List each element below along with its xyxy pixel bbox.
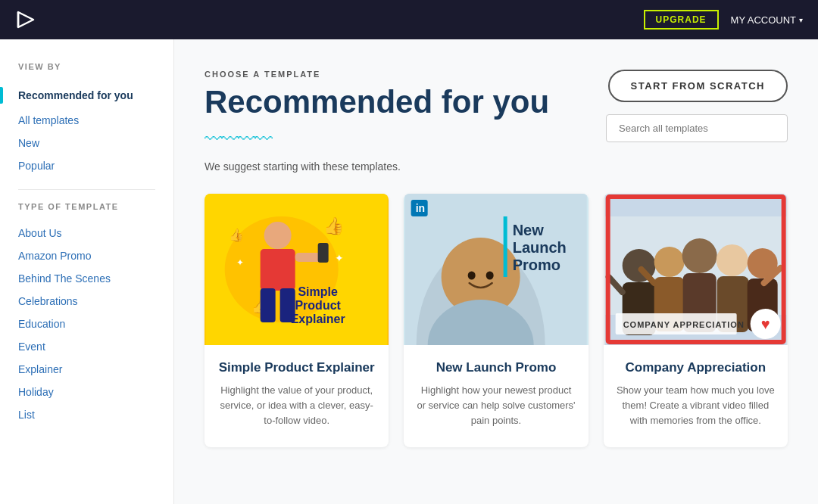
card-desc-2: Highlight how your newest product or ser… [416,383,576,428]
card-image-1: 👍 👍 👍 ✦ [204,194,389,345]
card-image-2: in New Launch Promo [404,194,588,345]
card-new-launch-promo[interactable]: in New Launch Promo New Launch Promo Hig… [404,194,588,446]
svg-text:Product: Product [295,299,341,312]
card-desc-3: Show your team how much you love them! C… [616,383,776,428]
page-title: Recommended for you [204,85,606,120]
sidebar-item-new[interactable]: New [18,132,155,154]
top-right-actions: START FROM SCRATCH [606,70,788,142]
sidebar-item-amazon-promo[interactable]: Amazon Promo [18,244,155,267]
svg-point-38 [716,244,748,276]
svg-text:Explainer: Explainer [291,313,345,325]
main-content: CHOOSE A TEMPLATE Recommended for you 〰〰… [174,39,818,504]
svg-text:♥: ♥ [760,316,770,332]
svg-marker-0 [18,12,33,27]
svg-rect-12 [318,243,329,263]
type-label: TYPE OF TEMPLATE [18,202,155,211]
sidebar-item-all[interactable]: All templates [18,109,155,132]
my-account-menu[interactable]: MY ACCOUNT ▾ [731,14,803,26]
svg-rect-11 [295,253,322,262]
svg-text:✦: ✦ [335,252,344,264]
sidebar-item-education[interactable]: Education [18,313,155,335]
sidebar-item-about-us[interactable]: About Us [18,222,155,244]
view-by-label: VIEW BY [18,62,155,71]
chevron-down-icon: ▾ [799,16,803,24]
svg-point-7 [264,222,292,249]
content-top: CHOOSE A TEMPLATE Recommended for you 〰〰… [204,70,788,173]
subtitle: We suggest starting with these templates… [204,160,606,173]
card-title-3: Company Appreciation [616,360,776,375]
card-company-appreciation[interactable]: COMPANY APPRECIATION ♥ Company Appreciat… [604,194,788,446]
svg-text:✦: ✦ [236,257,244,268]
svg-rect-8 [261,249,295,291]
svg-rect-9 [261,288,276,322]
card-illustration-2: in New Launch Promo [404,194,588,345]
title-section: CHOOSE A TEMPLATE Recommended for you 〰〰… [204,70,606,173]
svg-point-22 [468,272,476,280]
svg-text:New: New [513,222,545,238]
sidebar: VIEW BY Recommended for you All template… [0,39,174,504]
svg-rect-26 [504,216,507,277]
logo-icon [15,9,36,30]
svg-text:in: in [416,202,425,214]
card-image-3: COMPANY APPRECIATION ♥ [604,194,788,345]
card-simple-product-explainer[interactable]: 👍 👍 👍 ✦ [204,194,389,446]
sidebar-item-explainer[interactable]: Explainer [18,358,155,381]
sidebar-item-popular[interactable]: Popular [18,154,155,177]
header: UPGRADE MY ACCOUNT ▾ [0,0,818,39]
svg-point-34 [654,247,684,277]
svg-text:👍: 👍 [323,216,345,236]
sidebar-item-list[interactable]: List [18,403,155,426]
card-body-3: Company Appreciation Show your team how … [604,345,788,446]
sidebar-item-celebrations[interactable]: Celebrations [18,290,155,313]
card-title-1: Simple Product Explainer [217,360,376,375]
svg-text:Launch: Launch [513,239,567,256]
sidebar-divider [18,189,155,190]
sidebar-item-behind-scenes[interactable]: Behind The Scenes [18,267,155,290]
start-from-scratch-button[interactable]: START FROM SCRATCH [608,70,788,102]
svg-point-23 [486,272,494,280]
svg-point-36 [682,238,717,273]
svg-text:COMPANY APPRECIATION: COMPANY APPRECIATION [623,320,744,329]
choose-label: CHOOSE A TEMPLATE [204,70,606,79]
sidebar-item-event[interactable]: Event [18,335,155,358]
card-body-2: New Launch Promo Highlight how your newe… [404,345,588,446]
card-body-1: Simple Product Explainer Highlight the v… [204,345,389,446]
card-illustration-1: 👍 👍 👍 ✦ [204,194,389,345]
upgrade-button[interactable]: UPGRADE [644,10,719,30]
svg-text:👍: 👍 [229,228,244,242]
card-title-2: New Launch Promo [416,360,576,375]
svg-text:Promo: Promo [513,257,560,273]
card-illustration-3: COMPANY APPRECIATION ♥ [604,194,788,345]
wave-divider: 〰〰〰〰 [204,129,606,150]
cards-row: 👍 👍 👍 ✦ [204,194,788,446]
svg-text:Simple: Simple [298,285,338,298]
sidebar-item-holiday[interactable]: Holiday [18,381,155,403]
logo [15,9,36,30]
sidebar-item-recommended[interactable]: Recommended for you [18,82,155,109]
search-input[interactable] [606,114,788,142]
header-right: UPGRADE MY ACCOUNT ▾ [644,10,803,30]
card-desc-1: Highlight the value of your product, ser… [217,383,376,428]
main-layout: VIEW BY Recommended for you All template… [0,39,818,504]
